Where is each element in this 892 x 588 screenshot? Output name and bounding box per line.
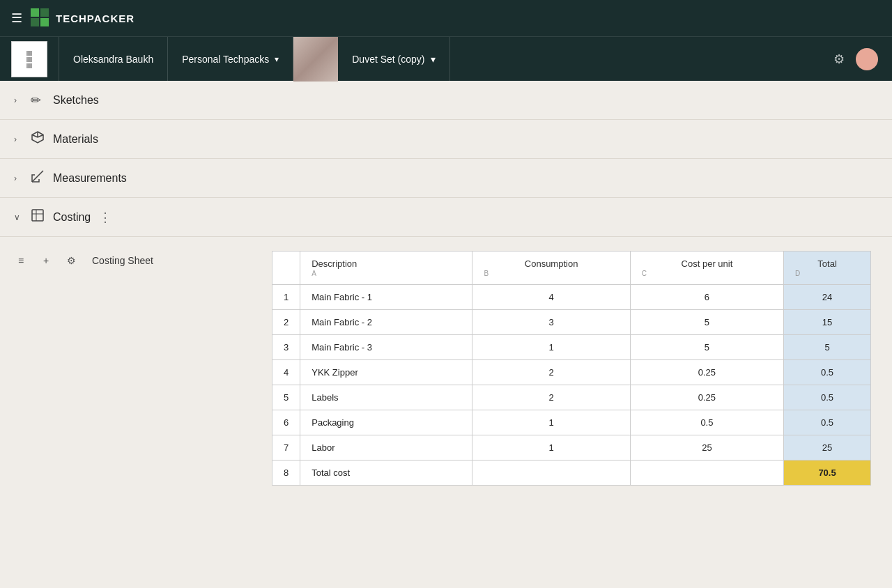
table-row: 1Main Fabric - 14624	[272, 285, 871, 310]
product-name-selector[interactable]: Duvet Set (copy) ▾	[338, 37, 449, 81]
row-total: 0.5	[784, 410, 871, 435]
row-cost-per-unit[interactable]: 0.5	[630, 410, 783, 435]
table-row: 8Total cost70.5	[272, 461, 871, 486]
row-cost-per-unit[interactable]: 5	[630, 310, 783, 335]
workspace-selector[interactable]: Personal Techpacks ▾	[168, 37, 293, 81]
sheet-settings-button[interactable]: ⚙	[61, 251, 81, 270]
table-row: 7Labor12525	[272, 435, 871, 461]
workspace-chevron-icon: ▾	[275, 54, 279, 64]
workspace-label: Personal Techpacks	[182, 54, 269, 65]
row-cost-per-unit[interactable]: 0.25	[630, 360, 783, 385]
row-cost-per-unit[interactable]: 25	[630, 435, 783, 461]
row-cost-per-unit[interactable]	[630, 461, 783, 486]
svg-rect-3	[40, 18, 49, 26]
materials-icon	[31, 130, 53, 148]
row-cost-per-unit[interactable]: 6	[630, 285, 783, 310]
col-total: Total D	[784, 252, 871, 285]
table-row: 3Main Fabric - 3155	[272, 335, 871, 360]
section-measurements-label: Measurements	[53, 172, 127, 185]
row-description[interactable]: Labels	[300, 385, 472, 410]
row-total: 0.5	[784, 360, 871, 385]
col-cost-per-unit: Cost per unit C	[630, 252, 783, 285]
svg-rect-2	[31, 18, 39, 26]
add-sheet-button[interactable]: +	[36, 251, 56, 270]
chevron-right-icon: ›	[14, 134, 31, 144]
costing-icon	[31, 208, 53, 226]
section-costing-label: Costing	[53, 211, 91, 224]
settings-icon: ⚙	[67, 255, 76, 266]
row-total: 5	[784, 335, 871, 360]
product-thumbnail	[293, 37, 338, 82]
row-consumption[interactable]: 1	[472, 410, 630, 435]
avatar[interactable]	[856, 48, 878, 70]
row-description[interactable]: Packaging	[300, 410, 472, 435]
row-cost-per-unit[interactable]: 5	[630, 335, 783, 360]
col-row-num	[272, 252, 300, 285]
costing-table-container: Description A Consumption B Cost per uni…	[272, 251, 892, 500]
reorder-icon: ≡	[18, 255, 24, 266]
product-chevron-icon: ▾	[431, 54, 436, 65]
user-name: Oleksandra Baukh	[59, 37, 168, 81]
col-consumption: Consumption B	[472, 252, 630, 285]
row-number: 6	[272, 410, 300, 435]
row-number: 2	[272, 310, 300, 335]
row-number: 1	[272, 285, 300, 310]
chevron-down-icon: ∨	[14, 212, 31, 222]
row-description[interactable]: Main Fabric - 1	[300, 285, 472, 310]
table-row: 5Labels20.250.5	[272, 385, 871, 410]
table-row: 6Packaging10.50.5	[272, 410, 871, 435]
row-consumption[interactable]: 2	[472, 385, 630, 410]
table-row: 2Main Fabric - 23515	[272, 310, 871, 335]
row-consumption[interactable]: 1	[472, 435, 630, 461]
row-number: 4	[272, 360, 300, 385]
row-total: 15	[784, 310, 871, 335]
col-description: Description A	[300, 252, 472, 285]
svg-rect-0	[31, 8, 39, 17]
costing-content: ≡ + ⚙ Costing Sheet Description	[0, 237, 892, 500]
more-options-icon[interactable]: ⋮	[99, 210, 112, 225]
app-title: TECHPACKER	[56, 13, 134, 24]
section-sketches[interactable]: › ✏ Sketches	[0, 81, 892, 120]
svg-rect-4	[32, 210, 43, 221]
row-number: 5	[272, 385, 300, 410]
row-consumption[interactable]: 1	[472, 335, 630, 360]
row-number: 8	[272, 461, 300, 486]
logo-icon	[31, 8, 50, 28]
section-measurements[interactable]: › Measurements	[0, 159, 892, 198]
reorder-button[interactable]: ≡	[11, 251, 31, 270]
brand-logo: ||||||||||||	[0, 37, 59, 81]
hamburger-menu[interactable]: ☰	[11, 10, 22, 26]
row-total: 0.5	[784, 385, 871, 410]
row-consumption[interactable]: 2	[472, 360, 630, 385]
row-consumption[interactable]	[472, 461, 630, 486]
section-sketches-label: Sketches	[53, 94, 99, 107]
row-consumption[interactable]: 3	[472, 310, 630, 335]
row-number: 7	[272, 435, 300, 461]
row-cost-per-unit[interactable]: 0.25	[630, 385, 783, 410]
chevron-right-icon: ›	[14, 95, 31, 105]
section-costing[interactable]: ∨ Costing ⋮	[0, 198, 892, 237]
costing-table: Description A Consumption B Cost per uni…	[272, 251, 871, 486]
row-consumption[interactable]: 4	[472, 285, 630, 310]
costing-sheet-label: Costing Sheet	[92, 255, 153, 266]
row-description[interactable]: Total cost	[300, 461, 472, 486]
measurements-icon	[31, 169, 53, 187]
row-number: 3	[272, 335, 300, 360]
row-total: 70.5	[784, 461, 871, 486]
row-description[interactable]: Main Fabric - 2	[300, 310, 472, 335]
add-icon: +	[43, 255, 49, 266]
row-total: 24	[784, 285, 871, 310]
svg-rect-1	[40, 8, 49, 17]
row-total: 25	[784, 435, 871, 461]
row-description[interactable]: Main Fabric - 3	[300, 335, 472, 360]
row-description[interactable]: YKK Zipper	[300, 360, 472, 385]
product-name-label: Duvet Set (copy)	[352, 54, 424, 65]
sketches-icon: ✏	[31, 93, 53, 108]
row-description[interactable]: Labor	[300, 435, 472, 461]
chevron-right-icon: ›	[14, 173, 31, 183]
section-materials-label: Materials	[53, 133, 98, 146]
costing-left-panel: ≡ + ⚙ Costing Sheet	[0, 251, 272, 500]
table-row: 4YKK Zipper20.250.5	[272, 360, 871, 385]
section-materials[interactable]: › Materials	[0, 120, 892, 159]
settings-icon[interactable]: ⚙	[833, 52, 845, 67]
